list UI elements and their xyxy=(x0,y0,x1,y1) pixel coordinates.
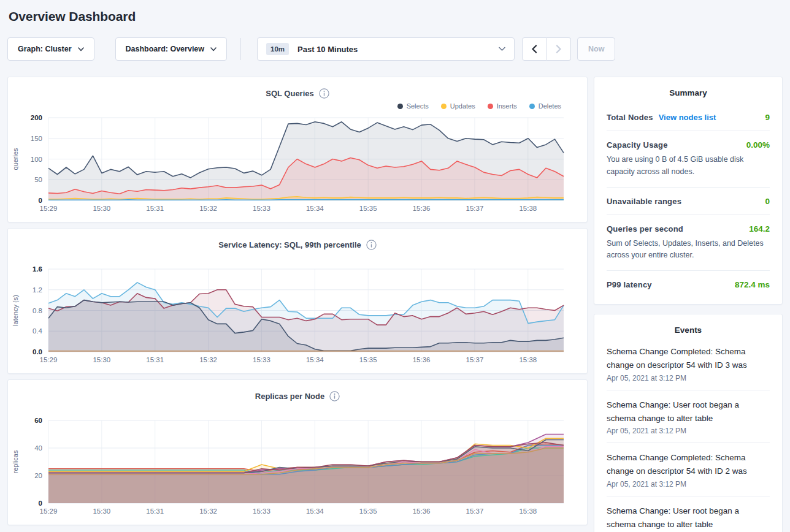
event-item[interactable]: Schema Change: User root began a schema … xyxy=(607,390,770,444)
legend-item-updates[interactable]: Updates xyxy=(441,102,475,110)
event-item[interactable]: Schema Change Completed: Schema change o… xyxy=(607,443,770,496)
svg-text:15:29: 15:29 xyxy=(40,507,58,515)
summary-value: 872.4 ms xyxy=(735,280,770,289)
legend-label: Deletes xyxy=(539,102,561,110)
overview-dashboard-page: Overview Dashboard Graph: Cluster Dashbo… xyxy=(0,0,790,532)
svg-text:1.2: 1.2 xyxy=(33,286,42,294)
legend-item-inserts[interactable]: Inserts xyxy=(488,102,517,110)
view-nodes-list-link[interactable]: View nodes list xyxy=(659,113,716,122)
now-button[interactable]: Now xyxy=(577,37,615,61)
event-item[interactable]: Schema Change Completed: Schema change o… xyxy=(607,337,770,390)
svg-text:15:35: 15:35 xyxy=(359,205,377,212)
event-timestamp: Apr 05, 2021 at 3:12 PM xyxy=(607,374,770,382)
summary-value: 0.00% xyxy=(746,140,770,150)
graph-dropdown[interactable]: Graph: Cluster xyxy=(7,37,94,61)
page-title: Overview Dashboard xyxy=(7,0,783,24)
legend-label: Inserts xyxy=(497,102,517,110)
summary-row-unavailable-ranges: Unavailable ranges 0 xyxy=(607,188,770,215)
chart-legend xyxy=(8,402,587,416)
chevron-down-icon xyxy=(499,47,505,51)
svg-text:0.8: 0.8 xyxy=(33,307,42,314)
event-timestamp: Apr 05, 2021 at 3:12 PM xyxy=(607,480,770,488)
legend-label: Selects xyxy=(407,102,429,110)
svg-text:15:29: 15:29 xyxy=(40,356,58,363)
svg-text:15:37: 15:37 xyxy=(466,356,484,363)
svg-text:0.4: 0.4 xyxy=(33,327,43,335)
summary-panel: Summary Total Nodes View nodes list 9 Ca… xyxy=(594,77,783,305)
service-latency-chart[interactable]: 15:2915:3015:3115:3215:3315:3415:3515:36… xyxy=(8,264,587,370)
svg-text:replicas: replicas xyxy=(12,450,19,473)
svg-text:latency (s): latency (s) xyxy=(12,295,19,326)
svg-text:15:37: 15:37 xyxy=(466,507,484,515)
chart-legend xyxy=(8,251,587,264)
summary-note: You are using 0 B of 4.5 GiB usable disk… xyxy=(607,154,770,178)
svg-text:queries: queries xyxy=(12,148,19,170)
svg-text:15:31: 15:31 xyxy=(146,507,164,515)
info-circle-icon[interactable] xyxy=(319,88,329,99)
summary-value: 9 xyxy=(765,113,770,122)
legend-item-deletes[interactable]: Deletes xyxy=(529,102,561,110)
svg-text:15:34: 15:34 xyxy=(306,205,324,212)
summary-row-capacity-usage: Capacity Usage 0.00% You are using 0 B o… xyxy=(607,131,770,188)
svg-text:15:36: 15:36 xyxy=(413,205,431,212)
chart-title: Service Latency: SQL, 99th percentile xyxy=(218,240,361,249)
time-range-selector[interactable]: 10m Past 10 Minutes xyxy=(257,37,515,61)
chevron-left-icon xyxy=(531,45,537,53)
chart-legend: SelectsUpdatesInsertsDeletes xyxy=(8,99,587,113)
events-title: Events xyxy=(607,325,770,335)
event-timestamp: Apr 05, 2021 at 3:12 PM xyxy=(607,427,770,435)
svg-text:15:31: 15:31 xyxy=(146,356,164,363)
svg-text:40: 40 xyxy=(34,444,42,452)
summary-label: P99 latency xyxy=(607,280,652,289)
events-panel: Events Schema Change Completed: Schema c… xyxy=(594,314,783,532)
svg-text:15:30: 15:30 xyxy=(93,356,110,363)
svg-text:15:32: 15:32 xyxy=(199,507,217,515)
dashboard-dropdown[interactable]: Dashboard: Overview xyxy=(115,37,228,61)
toolbar-divider xyxy=(240,38,241,60)
svg-text:150: 150 xyxy=(31,135,42,142)
chevron-right-icon xyxy=(556,45,562,53)
summary-value: 164.2 xyxy=(749,224,770,234)
summary-title: Summary xyxy=(607,88,770,97)
info-circle-icon[interactable] xyxy=(329,391,340,401)
svg-text:15:38: 15:38 xyxy=(519,356,537,363)
summary-row-queries-per-second: Queries per second 164.2 Sum of Selects,… xyxy=(607,215,770,272)
svg-text:15:37: 15:37 xyxy=(466,205,484,212)
svg-text:15:38: 15:38 xyxy=(519,205,537,212)
svg-text:0: 0 xyxy=(39,197,42,204)
sql-queries-chart[interactable]: 15:2915:3015:3115:3215:3315:3415:3515:36… xyxy=(8,113,587,219)
time-range-label: Past 10 Minutes xyxy=(297,45,490,54)
toolbar: Graph: Cluster Dashboard: Overview 10m P… xyxy=(7,37,783,61)
time-prev-button[interactable] xyxy=(522,37,546,61)
chevron-down-icon xyxy=(210,47,217,51)
chart-title: Replicas per Node xyxy=(255,392,324,401)
summary-label: Queries per second xyxy=(607,224,683,234)
svg-text:0.0: 0.0 xyxy=(33,348,42,355)
time-next-button[interactable] xyxy=(546,37,571,61)
event-text: Schema Change Completed: Schema change o… xyxy=(607,451,770,478)
svg-text:1.6: 1.6 xyxy=(33,265,42,273)
svg-text:15:35: 15:35 xyxy=(359,356,377,363)
time-nav-group xyxy=(522,37,571,61)
graph-dropdown-label: Graph: Cluster xyxy=(18,45,72,53)
summary-label: Unavailable ranges xyxy=(607,197,681,206)
legend-dot xyxy=(488,104,493,109)
summary-row-p99-latency: P99 latency 872.4 ms xyxy=(607,271,770,298)
info-circle-icon[interactable] xyxy=(366,240,377,250)
svg-text:100: 100 xyxy=(31,156,42,163)
svg-text:15:33: 15:33 xyxy=(253,356,270,363)
svg-text:15:33: 15:33 xyxy=(253,507,270,515)
replicas-per-node-chart[interactable]: 15:2915:3015:3115:3215:3315:3415:3515:36… xyxy=(8,416,587,522)
summary-label: Total Nodes xyxy=(607,113,653,122)
legend-dot xyxy=(529,104,535,109)
legend-dot xyxy=(441,104,447,109)
svg-text:15:33: 15:33 xyxy=(253,205,270,212)
legend-item-selects[interactable]: Selects xyxy=(397,102,429,110)
svg-text:15:30: 15:30 xyxy=(93,507,110,515)
time-range-badge: 10m xyxy=(266,43,289,55)
svg-text:15:32: 15:32 xyxy=(199,356,217,363)
event-text: Schema Change Completed: Schema change o… xyxy=(607,345,770,372)
summary-label: Capacity Usage xyxy=(607,140,668,150)
event-text: Schema Change: User root began a schema … xyxy=(607,398,770,425)
event-item[interactable]: Schema Change: User root began a schema … xyxy=(607,496,770,532)
